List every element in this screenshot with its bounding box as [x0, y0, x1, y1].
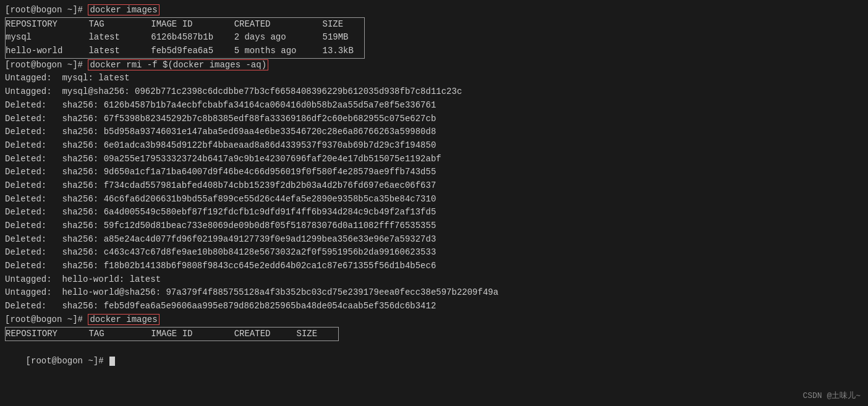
line-1: [root@bogon ~]# docker images	[5, 4, 863, 17]
deleted-9: Deleted: sha256: 6a4d005549c580ebf87f192…	[5, 206, 863, 219]
cursor	[109, 357, 115, 366]
cmd-rmi: docker rmi -f $(docker images -aq)	[88, 59, 268, 70]
untagged-mysql-sha: Untagged: mysql@sha256: 0962b771c2398c6d…	[5, 85, 863, 99]
deleted-12: Deleted: sha256: c463c437c67d8fe9ae10b80…	[5, 246, 863, 260]
prompt-rmi: [root@bogon ~]#	[5, 60, 88, 70]
table-box-1: REPOSITORY TAG IMAGE ID CREATED SIZE mys…	[5, 17, 365, 59]
untagged-mysql: Untagged: mysql: latest	[5, 72, 863, 85]
deleted-2: Deleted: sha256: 67f5398b82345292b7c8b83…	[5, 112, 863, 126]
line-rmi: [root@bogon ~]# docker rmi -f $(docker i…	[5, 59, 863, 72]
prompt-1: [root@bogon ~]#	[5, 5, 88, 15]
prompt-2: [root@bogon ~]#	[5, 315, 88, 324]
deleted-10: Deleted: sha256: 59fc12d50d81beac733e806…	[5, 219, 863, 233]
cmd-docker-images-1: docker images	[88, 4, 159, 15]
terminal-window: [root@bogon ~]# docker images REPOSITORY…	[0, 0, 868, 406]
last-prompt: [root@bogon ~]#	[26, 356, 109, 366]
untagged-hello: Untagged: hello-world: latest	[5, 273, 863, 287]
deleted-5: Deleted: sha256: 09a255e179533323724b641…	[5, 153, 863, 166]
table-box-2: REPOSITORY TAG IMAGE ID CREATED SIZE	[5, 327, 339, 342]
untagged-hello-sha: Untagged: hello-world@sha256: 97a379f4f8…	[5, 286, 863, 300]
deleted-hello: Deleted: sha256: feb5d9fea6a5e9606aa995e…	[5, 300, 863, 313]
deleted-6: Deleted: sha256: 9d650a1cf1a71ba64007d9f…	[5, 166, 863, 179]
cmd-docker-images-2: docker images	[88, 314, 159, 325]
last-prompt-line: [root@bogon ~]#	[5, 341, 863, 381]
table-row-hello: hello-world latest feb5d9fea6a5 5 months…	[6, 44, 364, 58]
deleted-7: Deleted: sha256: f734cdad557981abfed408b…	[5, 179, 863, 193]
deleted-11: Deleted: sha256: a85e24ac4d077fd96f02199…	[5, 233, 863, 247]
deleted-13: Deleted: sha256: f18b02b14138b6f9808f984…	[5, 260, 863, 273]
line-docker-images-2: [root@bogon ~]# docker images	[5, 313, 863, 327]
deleted-4: Deleted: sha256: 6e01adca3b9845d9122bf4b…	[5, 139, 863, 153]
table-row-mysql: mysql latest 6126b4587b1b 2 days ago 519…	[6, 31, 364, 44]
deleted-3: Deleted: sha256: b5d958a93746031e147aba5…	[5, 125, 863, 139]
deleted-8: Deleted: sha256: 46c6fa6d206631b9bd55af8…	[5, 193, 863, 206]
table-header-2: REPOSITORY TAG IMAGE ID CREATED SIZE	[6, 328, 338, 341]
watermark: CSDN @土味儿~	[802, 390, 861, 401]
table-header-1: REPOSITORY TAG IMAGE ID CREATED SIZE	[6, 18, 364, 32]
deleted-1: Deleted: sha256: 6126b4587b1b7a4ecbfcbab…	[5, 99, 863, 112]
